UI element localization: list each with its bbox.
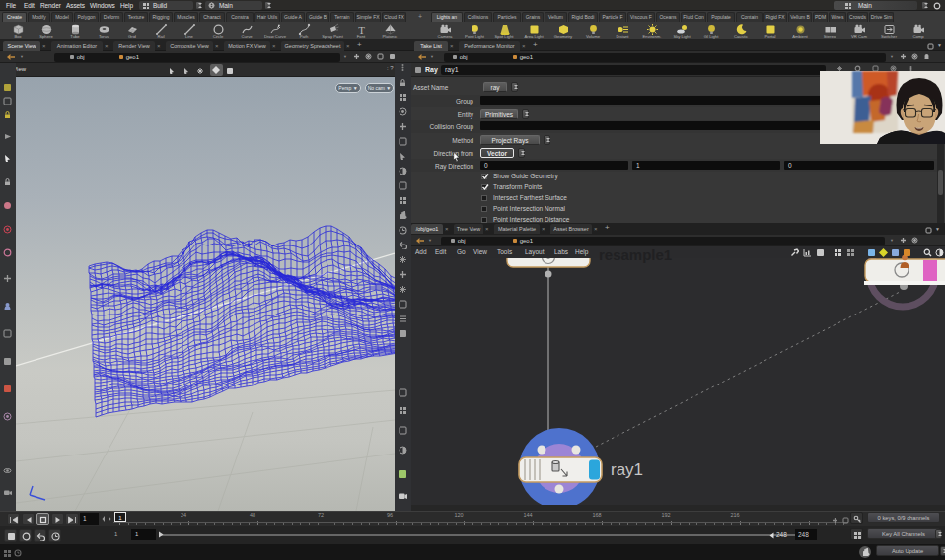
- svg-text:T: T: [358, 24, 365, 35]
- svg-text:ray1: ray1: [611, 460, 643, 479]
